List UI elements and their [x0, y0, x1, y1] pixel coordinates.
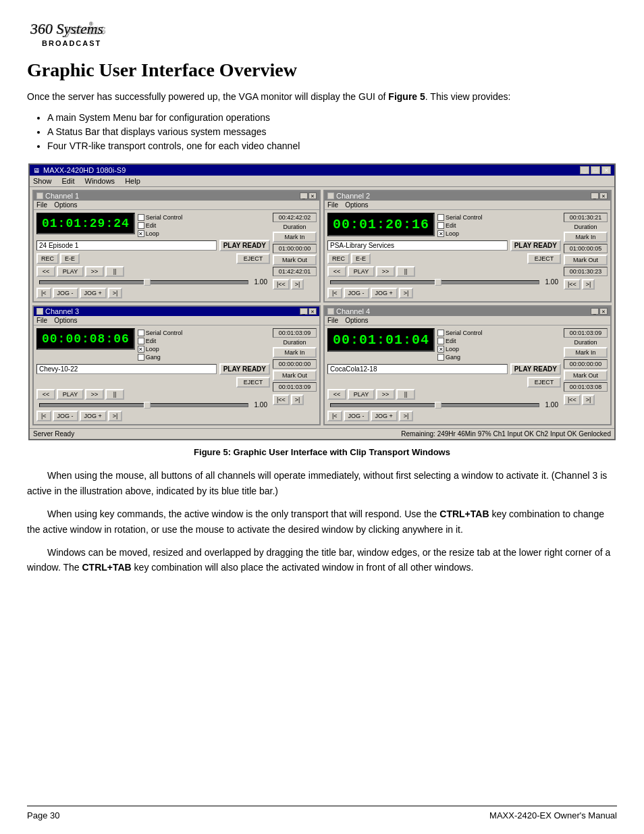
ch3-eject[interactable]: EJECT [236, 377, 270, 388]
ch3-jog-minus[interactable]: JOG - [53, 411, 78, 421]
menu-edit[interactable]: Edit [62, 177, 75, 185]
minimize-button[interactable]: _ [580, 166, 589, 174]
ch2-minimize[interactable]: _ [591, 192, 599, 199]
ch3-speed-slider[interactable] [39, 403, 248, 407]
paragraph-3: Windows can be moved, resized and overla… [27, 545, 617, 575]
ch2-nav-next[interactable]: >| [582, 279, 595, 290]
ch2-mark-in[interactable]: Mark In [564, 232, 608, 242]
ch2-options-menu[interactable]: Options [345, 201, 368, 209]
ch4-frame-next[interactable]: >| [399, 411, 414, 421]
close-button[interactable]: ✕ [601, 166, 611, 174]
ch1-frame-prev[interactable]: |< [36, 288, 51, 298]
ch4-next[interactable]: >> [376, 389, 395, 400]
ch2-timecode: 00:01:20:16 [327, 213, 435, 236]
ch1-mark-out[interactable]: Mark Out [273, 255, 317, 265]
ch1-frame-next[interactable]: >| [108, 288, 123, 298]
ch3-nav-next[interactable]: >| [291, 394, 304, 405]
ch2-close[interactable]: ✕ [599, 192, 608, 199]
ch1-duration-label: Duration [273, 224, 317, 230]
ch2-eject[interactable]: EJECT [527, 253, 561, 264]
ch2-pause[interactable]: || [396, 266, 415, 277]
ch2-frame-prev[interactable]: |< [327, 288, 342, 298]
ch2-play[interactable]: PLAY [348, 266, 375, 277]
ch1-speed-slider[interactable] [39, 280, 248, 284]
ch2-next[interactable]: >> [376, 266, 395, 277]
ch2-frame-next[interactable]: >| [399, 288, 414, 298]
ch1-jog-minus[interactable]: JOG - [53, 288, 78, 298]
ch1-next[interactable]: >> [85, 266, 104, 277]
ch2-nav-prev[interactable]: |<< [564, 279, 581, 290]
ch4-nav-next[interactable]: >| [582, 394, 595, 405]
ch1-rec[interactable]: REC [36, 253, 59, 264]
bullet-item: A main System Menu bar for configuration… [47, 112, 617, 123]
menu-windows[interactable]: Windows [85, 177, 115, 185]
ch3-play[interactable]: PLAY [57, 389, 84, 400]
ch3-mark-out[interactable]: Mark Out [273, 370, 317, 381]
ch1-options-menu[interactable]: Options [54, 201, 77, 209]
ch4-mark-out[interactable]: Mark Out [564, 370, 608, 381]
ch3-play-ready[interactable]: PLAY READY [219, 363, 270, 375]
ch4-jog-minus[interactable]: JOG - [344, 411, 369, 421]
ch2-jog-plus[interactable]: JOG + [371, 288, 398, 298]
ch3-prev[interactable]: << [36, 389, 55, 400]
ch3-jog-plus[interactable]: JOG + [80, 411, 107, 421]
ch3-options-menu[interactable]: Options [54, 317, 77, 324]
ch3-next[interactable]: >> [85, 389, 104, 400]
ch3-nav-prev[interactable]: |<< [273, 394, 290, 405]
ch1-ee[interactable]: E-E [60, 253, 80, 264]
menu-help[interactable]: Help [125, 177, 140, 185]
ch4-file-menu[interactable]: File [327, 317, 338, 324]
maximize-button[interactable]: □ [591, 166, 600, 174]
ch1-nav-prev[interactable]: |<< [273, 279, 290, 290]
ch4-timecode: 00:01:01:04 [327, 328, 435, 352]
ch3-minimize[interactable]: _ [300, 308, 308, 315]
channel-2-titlebar: Channel 2 _ ✕ [325, 191, 610, 201]
ch4-close[interactable]: ✕ [599, 308, 608, 315]
ch4-jog-plus[interactable]: JOG + [371, 411, 398, 421]
ch4-options-menu[interactable]: Options [345, 317, 368, 324]
ch4-nav-prev[interactable]: |<< [564, 394, 581, 405]
ch3-mark-in[interactable]: Mark In [273, 347, 317, 358]
ch4-play-ready[interactable]: PLAY READY [510, 363, 561, 375]
ch4-play[interactable]: PLAY [348, 389, 375, 400]
ch1-close[interactable]: ✕ [308, 192, 317, 199]
ch1-play[interactable]: PLAY [57, 266, 84, 277]
menu-show[interactable]: Show [33, 177, 52, 185]
ch2-ee[interactable]: E-E [351, 253, 371, 264]
ch1-mark-in[interactable]: Mark In [273, 232, 317, 242]
ch3-pause[interactable]: || [105, 389, 124, 400]
ch1-nav-next[interactable]: >| [291, 279, 304, 290]
ch1-play-ready[interactable]: PLAY READY [219, 240, 270, 251]
ch2-play-ready[interactable]: PLAY READY [510, 240, 561, 251]
ch2-prev[interactable]: << [327, 266, 346, 277]
ch4-mark-in-val: 00:00:00:00 [564, 359, 608, 369]
ch1-file-menu[interactable]: File [36, 201, 47, 209]
ch3-file-menu[interactable]: File [36, 317, 47, 324]
ch4-frame-prev[interactable]: |< [327, 411, 342, 421]
ch4-speed-slider[interactable] [330, 403, 539, 407]
ch4-serial-ctrl: Serial Control [437, 330, 483, 336]
ch4-eject[interactable]: EJECT [527, 377, 561, 388]
ch1-timecode: 01:01:29:24 [36, 213, 135, 234]
ch1-minimize[interactable]: _ [300, 192, 308, 199]
ch1-eject[interactable]: EJECT [236, 253, 270, 264]
ch1-jog-plus[interactable]: JOG + [80, 288, 107, 298]
ch2-mark-out[interactable]: Mark Out [564, 255, 608, 265]
ch4-duration-val: 00:01:03:09 [564, 328, 608, 338]
ch2-speed-slider[interactable] [330, 280, 539, 284]
ch1-prev[interactable]: << [36, 266, 55, 277]
ch3-close[interactable]: ✕ [308, 308, 317, 315]
ch3-frame-prev[interactable]: |< [36, 411, 51, 421]
ch4-pause[interactable]: || [396, 389, 415, 400]
ch4-mark-in[interactable]: Mark In [564, 347, 608, 358]
gui-icon: 🖥 [33, 167, 40, 174]
ch3-icon [36, 308, 43, 315]
ch1-pause[interactable]: || [105, 266, 124, 277]
ch3-frame-next[interactable]: >| [108, 411, 123, 421]
ch2-file-menu[interactable]: File [327, 201, 338, 209]
ch2-rec[interactable]: REC [327, 253, 350, 264]
ch2-jog-minus[interactable]: JOG - [344, 288, 369, 298]
ch4-prev[interactable]: << [327, 389, 346, 400]
page-footer: Page 30 MAXX-2420-EX Owner's Manual [27, 806, 617, 820]
ch4-minimize[interactable]: _ [591, 308, 599, 315]
